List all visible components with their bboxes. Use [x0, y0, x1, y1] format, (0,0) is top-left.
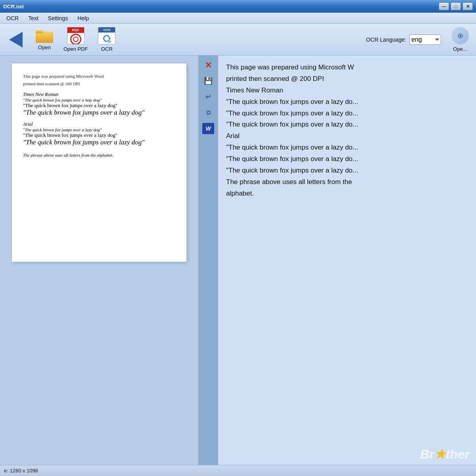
ocr-line-3: Times New Roman: [226, 86, 283, 94]
open-right-label: Ope...: [453, 46, 467, 52]
title-bar: OCR.net — □ ✕: [0, 0, 476, 13]
ocr-line-12: alphabet.: [226, 190, 254, 197]
doc-arial-title: Arial: [23, 121, 175, 127]
menu-text[interactable]: Text: [23, 14, 43, 23]
ocr-line-8: "The quick brown fox jumps over a lazy d…: [226, 144, 358, 151]
status-bar: e: 1280 x 1098: [0, 465, 476, 476]
ocr-line-2: printed then scanned @ 200 DPI: [226, 75, 324, 83]
ocr-line-4: "The quick brown fox jumps over a lazy d…: [226, 98, 358, 106]
save-text-button[interactable]: 💾: [201, 75, 215, 87]
menu-bar: OCR Text Settings Help: [0, 13, 476, 24]
ocr-line-5: "The quick brown fox jumps over a lazy d…: [226, 109, 358, 117]
divider-panel: ✕ 💾 ↵ ⧉ W: [198, 56, 218, 465]
right-panel: This page was prepared using Microsoft W…: [218, 56, 476, 465]
enter-icon: ↵: [205, 92, 211, 101]
open-label: Open: [38, 44, 51, 50]
language-selector: OCR Language: eng: [366, 35, 441, 45]
ocr-line-9: "The quick brown fox jumps over a lazy d…: [226, 155, 358, 163]
close-red-icon: ✕: [205, 60, 212, 70]
copy-button[interactable]: ⧉: [201, 106, 215, 119]
doc-line-2: printed then scanned @ 200 DPI: [23, 81, 175, 87]
ocr-line-1: This page was prepared using Microsoft W: [226, 63, 354, 71]
doc-arial-small2: "The quick brown fox jumps over a lazy d…: [23, 132, 175, 138]
menu-help[interactable]: Help: [73, 14, 94, 23]
minimize-button[interactable]: —: [439, 2, 449, 10]
word-button[interactable]: W: [201, 122, 215, 135]
doc-arial-large: "The quick brown fox jumps over a lazy d…: [23, 138, 175, 146]
title-bar-left: OCR.net: [3, 4, 24, 10]
title-bar-controls: — □ ✕: [439, 2, 473, 10]
ocr-line-11: The phrase above uses all letters from t…: [226, 178, 352, 186]
doc-footer: The phrase above uses all letters from t…: [23, 153, 175, 157]
open-right-icon: ⊕: [451, 27, 469, 44]
close-button[interactable]: ✕: [463, 2, 473, 10]
left-panel: This page was prepared using Microsoft W…: [0, 56, 198, 465]
folder-icon: [36, 29, 53, 43]
clear-button[interactable]: ✕: [201, 59, 215, 71]
language-value: eng: [411, 36, 422, 43]
doc-arial-section: Arial "The quick brown fox jumps over a …: [23, 121, 175, 146]
main-area: This page was prepared using Microsoft W…: [0, 56, 476, 465]
magnify-icon: [103, 35, 110, 42]
ocr-button[interactable]: OCR OCR: [94, 25, 119, 54]
word-icon: W: [202, 123, 214, 134]
ocr-icon: OCR: [98, 27, 115, 44]
insert-button[interactable]: ↵: [201, 90, 215, 103]
open-pdf-button[interactable]: PDF Open PDF: [60, 25, 91, 54]
open-right-button[interactable]: ⊕ Ope...: [447, 25, 473, 54]
ocr-line-6: "The quick brown fox jumps over a lazy d…: [226, 121, 358, 128]
doc-tnr-small2: "The quick brown fox jumps over a lazy d…: [23, 102, 175, 109]
ocr-line-10: "The quick brown fox jumps over a lazy d…: [226, 167, 358, 174]
status-text: e: 1280 x 1098: [4, 468, 38, 474]
doc-tnr-large: "The quick brown fox jumps over a lazy d…: [23, 109, 175, 117]
doc-tnr-small1: "The quick brown fox jumps over a lazy d…: [23, 98, 175, 102]
doc-line-1: This page was prepared using Microsoft W…: [23, 73, 175, 80]
save-icon: 💾: [204, 77, 213, 85]
toolbar: Open PDF Open PDF OCR OCR OCR Language: …: [0, 24, 476, 56]
ocr-label: OCR: [101, 46, 113, 52]
document-preview: This page was prepared using Microsoft W…: [12, 63, 186, 262]
maximize-button[interactable]: □: [451, 2, 461, 10]
doc-arial-small1: "The quick brown fox jumps over a lazy d…: [23, 127, 175, 132]
menu-ocr[interactable]: OCR: [2, 14, 23, 23]
open-pdf-label: Open PDF: [63, 46, 88, 52]
doc-tnr-title: Times New Roman: [23, 92, 175, 98]
dropdown-arrow-icon: [435, 38, 439, 41]
arrow-left-icon: [7, 31, 25, 48]
ocr-output: This page was prepared using Microsoft W…: [226, 62, 468, 200]
ocr-language-label: OCR Language:: [366, 36, 406, 43]
app-title: OCR.net: [3, 4, 24, 10]
copy-icon: ⧉: [206, 109, 211, 116]
back-button[interactable]: [3, 29, 29, 50]
language-dropdown[interactable]: eng: [409, 35, 441, 45]
open-button[interactable]: Open: [32, 27, 57, 52]
pdf-icon: PDF: [67, 27, 84, 44]
ocr-line-7: Arial: [226, 132, 240, 140]
menu-settings[interactable]: Settings: [43, 14, 73, 23]
